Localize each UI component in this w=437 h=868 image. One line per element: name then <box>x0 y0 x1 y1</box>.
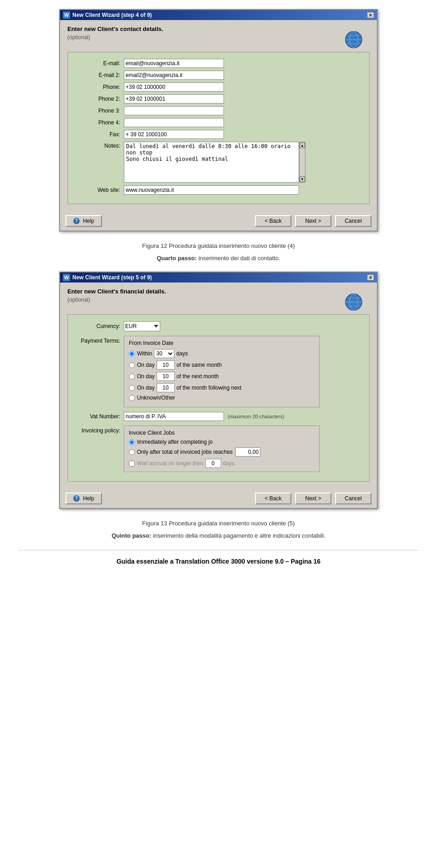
svg-text:W: W <box>64 275 69 280</box>
globe5-icon <box>344 293 363 312</box>
payment-radio2-suffix: of the same month <box>177 362 222 368</box>
payment-radio2[interactable] <box>129 362 135 368</box>
wizard5-icon: W <box>63 274 70 281</box>
quarto-passo-bold: Quarto passo: <box>157 255 197 262</box>
notes-container: Dal lunedì al venerdì dalle 8:30 alle 16… <box>124 142 305 183</box>
payment-radio4[interactable] <box>129 385 135 391</box>
titlebar5-left: W New Client Wizard (step 5 of 9) <box>63 274 152 281</box>
phone2-input[interactable] <box>124 94 224 103</box>
inv-radio1[interactable] <box>129 439 135 445</box>
fax-row: Fax: <box>77 130 360 139</box>
page-footer: Guida essenziale a Translation Office 30… <box>18 550 419 565</box>
notes-label: Notes: <box>77 143 120 149</box>
footer-center-buttons: < Back Next > <box>255 215 331 227</box>
payment-terms-row: Payment Terms: From Invoice Date Within … <box>77 336 360 407</box>
payment-radio3-suffix: of the next month <box>177 373 219 380</box>
website-input[interactable] <box>124 185 299 195</box>
wizard4-header: Enter new Client's contact details. <box>67 26 370 32</box>
currency-select[interactable]: EUR USD GBP <box>124 321 160 331</box>
wizard-icon: W <box>63 11 70 19</box>
payment-radio1-label: Within <box>137 350 152 357</box>
wizard5-form: Currency: EUR USD GBP Payment Terms: Fro… <box>67 314 370 482</box>
vat-hint: (maximum 20 characters) <box>228 414 285 419</box>
figure5-description: Quinto passo: inserimento della modalità… <box>112 532 325 539</box>
cancel5-button[interactable]: Cancel <box>335 493 371 504</box>
phone-label: Phone: <box>77 84 120 90</box>
figure4-description: Quarto passo: inserimento dei dati di co… <box>157 255 280 262</box>
within-days-select[interactable]: 30 15 45 60 <box>154 349 174 358</box>
website-row: Web site: <box>77 185 360 195</box>
phone3-input[interactable] <box>124 106 224 115</box>
cancel-button[interactable]: Cancel <box>335 215 371 227</box>
email2-input[interactable] <box>124 71 224 80</box>
inv-radio1-label: Immediately after completing jo <box>137 439 213 445</box>
payment-radio4-row: On day of the month following next <box>129 383 315 392</box>
wizard4-optional: (optional) <box>67 34 370 41</box>
next5-label: Next > <box>305 495 321 502</box>
wizard5-title: New Client Wizard (step 5 of 9) <box>72 274 152 281</box>
back5-button[interactable]: < Back <box>255 493 291 504</box>
payment-terms-title: From Invoice Date <box>129 340 315 346</box>
help-label: Help <box>83 218 94 224</box>
close-button[interactable]: × <box>367 12 374 18</box>
onday4-input[interactable] <box>157 383 175 392</box>
globe-icon <box>344 30 363 49</box>
help-button[interactable]: ? Help <box>66 215 102 227</box>
wizard4-body: Enter new Client's contact details. (opt… <box>60 20 377 211</box>
wizard4-footer: ? Help < Back Next > Cancel <box>60 211 377 231</box>
email2-label: E-mail 2: <box>77 72 120 78</box>
inv-radio2[interactable] <box>129 449 135 455</box>
back-button[interactable]: < Back <box>255 215 291 227</box>
wizard4-header-area: Enter new Client's contact details. (opt… <box>67 26 370 48</box>
wizard5-header-area: Enter new Client's financial details. (o… <box>67 288 370 311</box>
next-label: Next > <box>305 218 321 224</box>
invoice-amount-input[interactable] <box>235 447 260 457</box>
payment-radio5[interactable] <box>129 395 135 401</box>
payment-radio1-row: Within 30 15 45 60 days <box>129 349 315 358</box>
phone4-input[interactable] <box>124 118 224 127</box>
inv-radio2-label: Only after total of invoiced jobs reache… <box>137 449 233 455</box>
footer5-center-buttons: < Back Next > <box>255 493 331 504</box>
website-label: Web site: <box>77 187 120 193</box>
figure4-text: Figura 12 Procedura guidata inserimento … <box>142 242 295 249</box>
invoicing-title: Invoice Client Jobs <box>129 430 315 436</box>
payment-terms-label: Payment Terms: <box>77 338 120 344</box>
wait-accrual-checkbox[interactable] <box>129 461 135 467</box>
help5-button[interactable]: ? Help <box>66 493 102 504</box>
cancel5-label: Cancel <box>345 495 361 502</box>
scroll-down-arrow[interactable]: ▼ <box>300 176 305 182</box>
vat-row: Vat Number: (maximum 20 characters) <box>77 412 360 421</box>
wizard5-body: Enter new Client's financial details. (o… <box>60 282 377 489</box>
onday2-input[interactable] <box>157 360 175 370</box>
accrual-days-input[interactable] <box>205 459 221 468</box>
wait-accrual-label: Wait accrual no longer then <box>137 460 203 467</box>
invoicing-row: Invoicing policy: Invoice Client Jobs Im… <box>77 426 360 472</box>
wizard-step5: W New Client Wizard (step 5 of 9) × Ente… <box>59 272 378 509</box>
vat-label: Vat Number: <box>77 413 120 420</box>
help5-label: Help <box>83 495 94 502</box>
phone2-row: Phone 2: <box>77 94 360 103</box>
onday3-input[interactable] <box>157 372 175 381</box>
quinto-passo-bold: Quinto passo: <box>112 532 151 539</box>
payment-radio1[interactable] <box>129 351 135 357</box>
invoicing-box: Invoice Client Jobs Immediately after co… <box>124 426 320 472</box>
notes-textarea[interactable]: Dal lunedì al venerdì dalle 8:30 alle 16… <box>124 142 299 183</box>
email-input[interactable] <box>124 59 224 68</box>
payment-terms-box: From Invoice Date Within 30 15 45 60 day… <box>124 336 320 407</box>
next5-button[interactable]: Next > <box>295 493 331 504</box>
payment-radio3[interactable] <box>129 374 135 380</box>
quarto-passo-rest: inserimento dei dati di contatto. <box>198 255 280 262</box>
notes-scrollbar: ▲ ▼ <box>299 142 305 183</box>
vat-input[interactable] <box>124 412 224 421</box>
next-button[interactable]: Next > <box>295 215 331 227</box>
figure4-caption: Figura 12 Procedura guidata inserimento … <box>142 242 295 249</box>
phone-row: Phone: <box>77 82 360 92</box>
phone3-row: Phone 3: <box>77 106 360 115</box>
close5-button[interactable]: × <box>367 274 374 281</box>
phone4-label: Phone 4: <box>77 119 120 126</box>
currency-row: Currency: EUR USD GBP <box>77 321 360 331</box>
fax-input[interactable] <box>124 130 224 139</box>
cancel-label: Cancel <box>345 218 361 224</box>
scroll-up-arrow[interactable]: ▲ <box>300 143 305 148</box>
phone-input[interactable] <box>124 82 224 92</box>
